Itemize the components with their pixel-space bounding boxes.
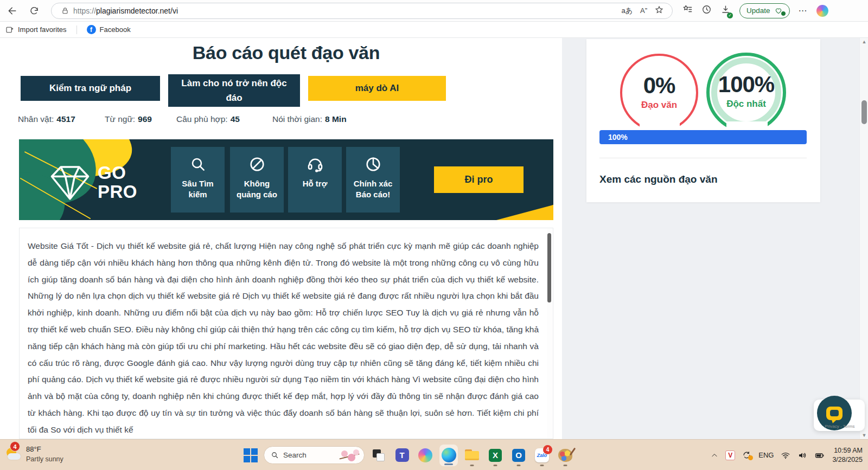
tray-date: 3/28/2025	[832, 455, 863, 465]
chat-privacy-terms: Privacy - Terms	[815, 424, 865, 429]
go-pro-banner[interactable]: GO PRO Sâu Tìm kiếm Không quảng cáo Hỗ t…	[19, 139, 553, 220]
facebook-icon: f	[87, 25, 96, 34]
read-aloud-icon[interactable]: A”	[640, 7, 647, 15]
unikey-tray-icon[interactable]: V	[725, 450, 735, 460]
page-scrollbar[interactable]: ▲ ▼	[859, 38, 868, 439]
folder-icon	[465, 449, 479, 461]
headset-icon	[307, 156, 324, 173]
feature-label: Hỗ trợ	[298, 178, 332, 189]
weather-icon: 4	[5, 443, 22, 463]
tray-overflow-chevron-icon[interactable]	[711, 452, 718, 459]
running-indicator	[470, 465, 474, 466]
clock-widget[interactable]: 10:59 AM 3/28/2025	[832, 446, 863, 465]
ai-detector-button[interactable]: máy dò AI	[308, 76, 446, 101]
scanned-text[interactable]: Website Giá Tốt - Dịch vụ thiết kế websi…	[28, 238, 539, 439]
task-view-button[interactable]	[369, 443, 388, 467]
favorites-divider	[76, 25, 77, 34]
file-explorer-button[interactable]	[463, 443, 481, 467]
update-notification-badge	[781, 11, 786, 16]
collections-icon[interactable]	[682, 4, 693, 17]
view-sources-link[interactable]: Xem các nguồn đạo văn	[599, 173, 718, 185]
system-tray: V ENG 10:59 AM 3/28/2025	[711, 440, 863, 470]
feature-label: Sâu Tìm kiếm	[171, 178, 225, 200]
battery-icon[interactable]	[814, 450, 825, 460]
weather-condition: Partly sunny	[26, 454, 63, 464]
weather-widget[interactable]: 4 88°F Partly sunny	[5, 443, 63, 464]
import-favorites-button[interactable]: Import favorites	[0, 22, 72, 37]
unique-progress-bar: 100%	[599, 130, 807, 144]
settings-menu-icon[interactable]: ⋯	[799, 5, 808, 16]
lock-icon	[61, 7, 69, 15]
feature-deep-search: Sâu Tìm kiếm	[171, 147, 225, 213]
go-pro-button[interactable]: Đi pro	[434, 166, 524, 193]
address-bar[interactable]: https://plagiarismdetector.net/vi aあ A”	[51, 3, 673, 19]
running-indicator	[540, 465, 544, 466]
paint-app-button[interactable]	[556, 443, 575, 467]
update-button[interactable]: Update	[739, 3, 790, 18]
corner-wedge-decoration	[496, 203, 553, 220]
weather-temp: 88°F	[26, 445, 63, 454]
download-check-badge: ✓	[727, 12, 733, 18]
feature-label: Chính xác Báo cáo!	[346, 178, 400, 200]
facebook-bookmark[interactable]: f Facebook	[81, 22, 136, 37]
search-icon	[271, 451, 279, 459]
feature-no-ads: Không quảng cáo	[230, 147, 284, 213]
sync-status-dot	[748, 455, 753, 460]
running-indicator	[494, 465, 497, 466]
downloads-icon[interactable]: ✓	[720, 4, 731, 17]
screen: https://plagiarismdetector.net/vi aあ A” …	[0, 0, 868, 470]
results-divider	[599, 158, 807, 158]
scrollbar-down-arrow[interactable]: ▼	[860, 433, 868, 438]
text-panel-scrollbar-thumb[interactable]	[547, 233, 551, 302]
stat-characters: Nhân vật:4517	[18, 114, 105, 124]
make-unique-button[interactable]: Làm cho nó trở nên độc đáo	[168, 74, 300, 107]
excel-app-button[interactable]: X	[486, 443, 505, 467]
text-panel-scrollbar[interactable]	[547, 229, 552, 439]
copilot-icon	[418, 448, 432, 462]
edge-app-button-active[interactable]	[439, 445, 458, 466]
teams-app-button[interactable]: T	[393, 443, 411, 467]
translate-icon[interactable]: aあ	[621, 6, 633, 16]
url-text[interactable]: https://plagiarismdetector.net/vi	[73, 7, 621, 15]
page-content: Báo cáo quét đạo văn Kiểm tra ngữ pháp L…	[0, 38, 868, 439]
favorite-star-icon[interactable]	[655, 5, 663, 16]
document-stats: Nhân vật:4517 Từ ngữ:969 Câu phù hợp:45 …	[18, 114, 552, 124]
unique-label: Độc nhất	[706, 99, 786, 110]
outlook-app-button[interactable]: O	[509, 443, 528, 467]
edge-icon	[442, 448, 456, 462]
tray-time: 10:59 AM	[832, 446, 863, 455]
copilot-icon[interactable]	[816, 5, 828, 17]
page-title: Báo cáo quét đạo văn	[19, 42, 553, 63]
running-indicator	[517, 465, 521, 466]
facebook-label: Facebook	[100, 25, 131, 34]
refresh-icon[interactable]	[25, 3, 43, 19]
language-indicator[interactable]: ENG	[758, 451, 774, 459]
feature-support: Hỗ trợ	[288, 147, 342, 213]
page-scrollbar-thumb[interactable]	[861, 100, 867, 124]
search-placeholder: Search	[283, 451, 307, 459]
stat-words: Từ ngữ:969	[105, 114, 176, 124]
sync-tray-icon[interactable]	[742, 450, 751, 460]
pie-chart-icon	[365, 156, 382, 173]
toolbar-right: ✓ Update ⋯	[682, 3, 828, 18]
copilot-app-button[interactable]	[416, 443, 435, 467]
grammar-check-button[interactable]: Kiểm tra ngữ pháp	[21, 76, 160, 101]
update-label: Update	[746, 7, 770, 15]
notification-badge: 4	[10, 441, 20, 452]
url-host: plagiarismdetector.net/vi	[96, 7, 178, 15]
start-button[interactable]	[242, 447, 259, 463]
taskbar-center: Search T X	[242, 440, 575, 470]
wifi-icon[interactable]	[781, 450, 790, 460]
running-indicator	[564, 465, 567, 466]
results-panel: 0% Đạo văn 100% Độc nhất 100% Xem các ng…	[586, 39, 820, 202]
excel-icon: X	[489, 449, 502, 462]
back-icon[interactable]	[3, 3, 22, 19]
scrollbar-up-arrow[interactable]: ▲	[860, 39, 868, 44]
stat-matched-sentences: Câu phù hợp:45	[176, 114, 272, 124]
zalo-app-button[interactable]: Zalo 4	[533, 443, 551, 467]
chat-bubble-icon	[826, 407, 843, 420]
taskbar-search-box[interactable]: Search	[264, 446, 365, 464]
volume-icon[interactable]	[797, 450, 807, 460]
stat-speak-time: Nói thời gian:8 Min	[272, 114, 347, 124]
history-icon[interactable]	[701, 4, 712, 17]
